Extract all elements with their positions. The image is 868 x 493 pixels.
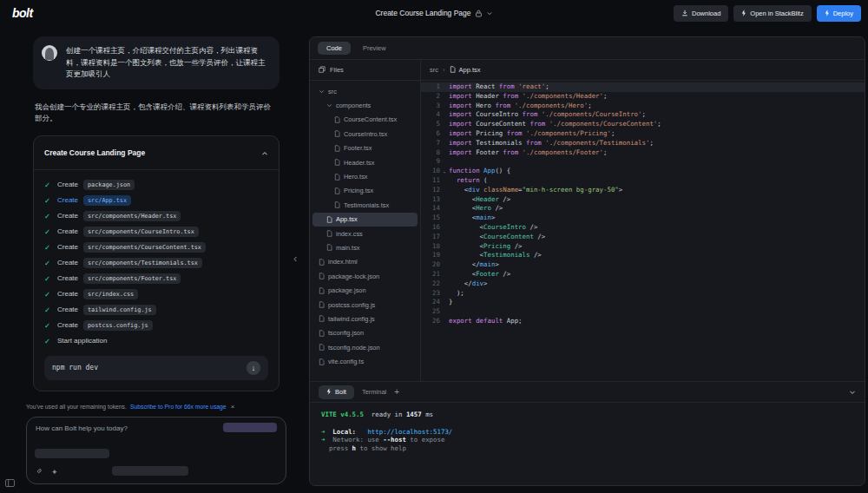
code-line: 7import Testimonials from './components/… xyxy=(421,139,865,148)
terminal-output[interactable]: VITE v4.5.5 ready in 1457 ms➜ Local: htt… xyxy=(310,403,865,485)
artifact-action-list: ✓Createpackage.json✓Createsrc/App.tsx✓Cr… xyxy=(34,170,279,351)
tree-folder-components[interactable]: components xyxy=(312,98,418,112)
tree-file-App.tsx[interactable]: App.tsx xyxy=(312,213,418,227)
action-file-chip[interactable]: postcss.config.js xyxy=(83,320,153,331)
artifact-action: ✓Createsrc/components/CourseIntro.tsx xyxy=(44,224,268,240)
deploy-button[interactable]: Deploy xyxy=(817,5,861,22)
action-file-chip[interactable]: tailwind.config.js xyxy=(83,305,156,315)
code-line: 8import Footer from './components/Footer… xyxy=(421,148,865,158)
file-icon xyxy=(326,244,332,251)
code-line: 13 <Header /> xyxy=(421,195,865,205)
tree-file-postcss.config.js[interactable]: postcss.config.js xyxy=(312,298,418,312)
action-file-chip[interactable]: src/components/Footer.tsx xyxy=(83,273,181,284)
command-expand-button[interactable]: ↓ xyxy=(247,361,260,375)
user-avatar xyxy=(42,45,57,61)
collapse-terminal-icon[interactable] xyxy=(849,389,856,396)
terminal-line: ➜ Local: http://localhost:5173/ xyxy=(321,428,853,437)
tree-file-package-lock.json[interactable]: package-lock.json xyxy=(312,269,418,283)
artifact-action: ✓Createpackage.json xyxy=(44,177,268,193)
artifact-header[interactable]: Create Course Landing Page xyxy=(34,136,279,170)
tree-item-label: components xyxy=(336,102,371,109)
breadcrumb-file[interactable]: App.tsx xyxy=(450,66,481,75)
tree-item-label: CourseContent.tsx xyxy=(344,115,397,123)
line-number: 13 xyxy=(421,195,440,205)
action-file-chip[interactable]: src/App.tsx xyxy=(83,195,131,206)
tree-file-index.html[interactable]: index.html xyxy=(312,255,418,269)
fold-marker xyxy=(440,289,449,299)
tree-file-Testimonials.tsx[interactable]: Testimonials.tsx xyxy=(312,198,418,212)
tree-file-Header.tsx[interactable]: Header.tsx xyxy=(312,155,418,169)
code-editor[interactable]: 1import React from 'react';2import Heade… xyxy=(421,81,865,381)
code-text: <Pricing /> xyxy=(449,242,865,252)
tree-item-label: Pricing.tsx xyxy=(344,187,373,194)
terminal-line: ➜ Network: use --host to expose xyxy=(321,436,853,444)
project-title-button[interactable]: Create Course Landing Page xyxy=(375,9,492,17)
code-text xyxy=(449,307,865,317)
new-terminal-button[interactable]: + xyxy=(394,387,399,397)
line-number: 26 xyxy=(421,317,440,326)
terminal-tab-terminal[interactable]: Terminal xyxy=(362,388,386,396)
file-icon xyxy=(319,330,325,337)
tree-file-index.css[interactable]: index.css xyxy=(312,227,418,240)
check-icon: ✓ xyxy=(44,290,52,299)
toggle-sidebar-button[interactable] xyxy=(5,475,15,490)
tree-file-Hero.tsx[interactable]: Hero.tsx xyxy=(312,169,418,183)
action-file-chip[interactable]: src/components/Testimonials.tsx xyxy=(83,258,202,268)
file-icon xyxy=(319,301,325,308)
line-number: 25 xyxy=(421,307,440,317)
tree-file-tsconfig.node.json[interactable]: tsconfig.node.json xyxy=(312,340,418,354)
open-in-stackblitz-button[interactable]: Open in StackBlitz xyxy=(733,5,811,22)
tab-preview[interactable]: Preview xyxy=(354,42,395,55)
code-line: 10⌄function App() { xyxy=(421,167,865,176)
tree-file-tailwind.config.js[interactable]: tailwind.config.js xyxy=(312,312,418,325)
chat-input[interactable] xyxy=(36,424,201,438)
subscribe-pro-link[interactable]: Subscribe to Pro for 66x more usage xyxy=(130,404,227,410)
artifact-action: ✓Start application xyxy=(44,333,268,349)
check-icon: ✓ xyxy=(44,196,52,205)
tree-file-Footer.tsx[interactable]: Footer.tsx xyxy=(312,141,418,155)
tree-file-Pricing.tsx[interactable]: Pricing.tsx xyxy=(312,184,418,198)
tree-item-label: package-lock.json xyxy=(328,273,379,280)
close-icon[interactable]: × xyxy=(231,403,235,411)
file-tree-panel: Files srccomponentsCourseContent.tsxCour… xyxy=(310,60,421,381)
files-label: Files xyxy=(330,66,344,74)
user-message-text: 创建一个课程主页，介绍课程交付的主页内容，列出课程资料，课程资料是一个图文列表，… xyxy=(66,46,266,78)
chevron-down-icon xyxy=(487,10,493,16)
enhance-prompt-icon[interactable]: ✦ xyxy=(51,468,58,477)
tree-file-vite.config.ts[interactable]: vite.config.ts xyxy=(312,354,418,368)
action-file-chip[interactable]: package.json xyxy=(83,180,135,190)
files-header: Files xyxy=(310,60,420,81)
breadcrumb-folder[interactable]: src xyxy=(430,66,438,74)
fold-marker xyxy=(440,102,449,111)
tree-file-tsconfig.json[interactable]: tsconfig.json xyxy=(312,326,418,340)
terminal-tab-bolt[interactable]: Bolt xyxy=(319,385,354,399)
code-text: } xyxy=(449,298,865,307)
tree-file-CourseContent.tsx[interactable]: CourseContent.tsx xyxy=(312,113,418,127)
action-file-chip[interactable]: src/components/Header.tsx xyxy=(83,211,181,221)
line-number: 2 xyxy=(421,92,440,102)
line-number: 5 xyxy=(421,120,440,129)
fold-marker xyxy=(440,233,449,242)
action-file-chip[interactable]: src/index.css xyxy=(83,289,138,299)
tree-file-main.tsx[interactable]: main.tsx xyxy=(312,240,418,254)
code-line: 4import CourseIntro from './components/C… xyxy=(421,110,865,120)
tree-file-CourseIntro.tsx[interactable]: CourseIntro.tsx xyxy=(312,127,418,141)
line-number: 8 xyxy=(421,148,440,158)
action-file-chip[interactable]: src/components/CourseIntro.tsx xyxy=(83,227,199,237)
tree-file-package.json[interactable]: package.json xyxy=(312,283,418,297)
breadcrumb-file-label: App.tsx xyxy=(459,66,481,74)
code-line: 14 <Hero /> xyxy=(421,204,865,214)
file-tree: srccomponentsCourseContent.tsxCourseIntr… xyxy=(310,81,420,381)
fold-marker xyxy=(440,317,449,326)
tab-code[interactable]: Code xyxy=(318,42,351,55)
chevron-down-icon xyxy=(319,89,325,95)
attach-link-icon[interactable] xyxy=(36,467,43,477)
collapse-chat-handle[interactable]: ‹ xyxy=(293,252,297,265)
header-actions: Download Open in StackBlitz Deploy xyxy=(674,5,861,22)
download-button[interactable]: Download xyxy=(674,5,728,22)
chat-input-box: ✦ xyxy=(26,417,286,484)
file-icon xyxy=(319,273,325,279)
code-text: <CourseContent /> xyxy=(449,233,865,242)
action-file-chip[interactable]: src/components/CourseContent.tsx xyxy=(83,242,206,253)
tree-folder-src[interactable]: src xyxy=(312,84,418,98)
